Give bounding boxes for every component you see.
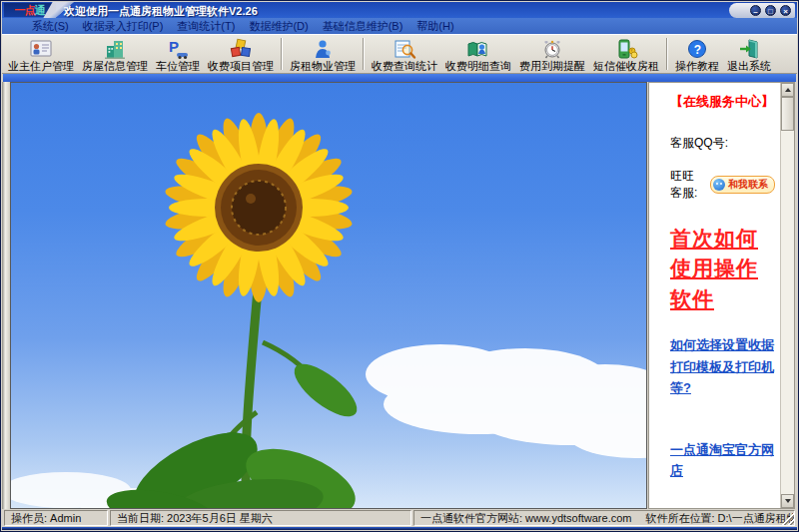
toolbar-label: 操作教程 <box>675 60 719 72</box>
title-bar[interactable]: 一点通 欢迎使用一点通房租物业管理软件V2.26 – □ × <box>2 2 797 18</box>
wangwang-contact-button[interactable]: 和我联系 <box>710 176 775 194</box>
menu-help[interactable]: 帮助(H) <box>416 19 453 34</box>
printer-template-help-link[interactable]: 如何选择设置收据打印模板及打印机等? <box>670 334 775 398</box>
qq-label: 客服QQ号: <box>670 135 775 152</box>
scroll-down-arrow-icon <box>785 499 791 503</box>
scroll-up-button[interactable] <box>781 83 794 97</box>
toolbar-label: 费用到期提醒 <box>519 60 585 72</box>
person-icon <box>310 38 336 60</box>
detail-book-icon <box>465 38 491 60</box>
wangwang-badge-label: 和我联系 <box>728 178 768 192</box>
toolbar-sms-collect-button[interactable]: ¥ 短信催收房租 <box>589 36 663 72</box>
exit-door-icon <box>736 38 762 60</box>
scroll-up-arrow-icon <box>785 88 791 92</box>
app-window: 一点通 欢迎使用一点通房租物业管理软件V2.26 – □ × 系统(S) 收据录… <box>0 0 799 532</box>
toolbar-tutorial-button[interactable]: ? 操作教程 <box>671 36 723 72</box>
toolbar-fee-query-stats-button[interactable]: 收费查询统计 <box>368 36 441 72</box>
status-bar: 操作员: Admin 当前日期: 2023年5月6日 星期六 一点通软件官方网站… <box>2 509 797 527</box>
toolbar-exit-button[interactable]: 退出系统 <box>723 36 775 72</box>
toolbar-label: 车位管理 <box>156 60 200 72</box>
building-icon <box>102 38 128 60</box>
svg-text:¥: ¥ <box>631 49 633 53</box>
maximize-button[interactable]: □ <box>765 5 776 16</box>
window-controls: – □ × <box>729 3 795 18</box>
minimize-button[interactable]: – <box>750 5 761 16</box>
fee-cubes-icon <box>228 38 254 60</box>
toolbar-label: 收费项目管理 <box>208 60 274 72</box>
toolbar-fee-items-button[interactable]: 收费项目管理 <box>204 36 278 72</box>
sidebar-scrollbar[interactable] <box>780 83 794 508</box>
toolbar-bottom-band <box>3 74 796 82</box>
toolbar-fee-detail-query-button[interactable]: 收费明细查询 <box>441 36 515 72</box>
sunflower-photo <box>10 82 647 509</box>
parking-icon: P <box>165 38 191 60</box>
main-area: 【在线服务中心】 客服QQ号: 旺旺客服: 和我联系 首次如何使用操作软件 如何… <box>2 82 797 509</box>
wangwang-row: 旺旺客服: 和我联系 <box>670 168 775 202</box>
sunflower-illustration <box>11 83 647 509</box>
toolbar-due-reminder-button[interactable]: 费用到期提醒 <box>515 36 589 72</box>
toolbar-label: 退出系统 <box>727 60 771 72</box>
toolbar-separator <box>666 38 668 70</box>
toolbar-house-info-button[interactable]: 房屋信息管理 <box>78 36 152 72</box>
taobao-store-link[interactable]: 一点通淘宝官方网店 <box>670 439 775 482</box>
toolbar-parking-button[interactable]: P 车位管理 <box>152 36 204 72</box>
window-title: 欢迎使用一点通房租物业管理软件V2.26 <box>64 4 258 19</box>
sidebar-content: 【在线服务中心】 客服QQ号: 旺旺客服: 和我联系 首次如何使用操作软件 如何… <box>649 83 781 508</box>
scrollbar-thumb[interactable] <box>781 97 794 131</box>
svg-text:?: ? <box>694 43 701 57</box>
location-text: 软件所在位置: D:\一点通房租物业管理软件 <box>645 511 795 526</box>
alarm-clock-icon <box>539 38 565 60</box>
toolbar-separator <box>363 38 365 70</box>
status-date: 当前日期: 2023年5月6日 星期六 <box>110 510 411 526</box>
toolbar-separator <box>281 38 283 70</box>
toolbar-rent-property-button[interactable]: 房租物业管理 <box>286 36 360 72</box>
toolbar-label: 短信催收房租 <box>593 60 659 72</box>
online-service-sidebar: 【在线服务中心】 客服QQ号: 旺旺客服: 和我联系 首次如何使用操作软件 如何… <box>648 82 795 509</box>
menu-base-info[interactable]: 基础信息维护(B) <box>323 19 403 34</box>
toolbar-label: 业主住户管理 <box>8 60 74 72</box>
website-text: 一点通软件官方网站: www.ydtsoftware.com <box>420 511 631 526</box>
toolbar-label: 收费明细查询 <box>445 60 511 72</box>
menu-bar: 系统(S) 收据录入打印(P) 查询统计(T) 数据维护(D) 基础信息维护(B… <box>2 18 797 34</box>
scroll-down-button[interactable] <box>781 494 794 508</box>
status-operator: 操作员: Admin <box>4 510 108 526</box>
help-icon: ? <box>684 38 710 60</box>
service-center-header: 【在线服务中心】 <box>670 93 775 111</box>
toolbar: 业主住户管理 房屋信息管理 P 车位管理 收费项目管理 房租物业管理 <box>2 34 797 74</box>
menu-receipt-print[interactable]: 收据录入打印(P) <box>83 19 164 34</box>
resize-grip[interactable] <box>782 513 794 525</box>
toolbar-owner-manage-button[interactable]: 业主住户管理 <box>4 36 78 72</box>
toolbar-label: 收费查询统计 <box>372 60 437 72</box>
wangwang-label: 旺旺客服: <box>670 168 704 202</box>
owner-card-icon <box>28 38 54 60</box>
window-bottom-edge <box>2 527 797 530</box>
menu-query-stats[interactable]: 查询统计(T) <box>177 19 235 34</box>
svg-text:P: P <box>169 38 179 55</box>
close-button[interactable]: × <box>780 5 791 16</box>
window-left-edge <box>2 82 10 509</box>
menu-data-maintain[interactable]: 数据维护(D) <box>249 19 308 34</box>
toolbar-label: 房租物业管理 <box>290 60 356 72</box>
toolbar-label: 房屋信息管理 <box>82 60 148 72</box>
wangwang-face-icon <box>713 179 725 191</box>
operator-text: 操作员: Admin <box>11 511 81 526</box>
date-text: 当前日期: 2023年5月6日 星期六 <box>117 511 273 526</box>
status-info: 一点通软件官方网站: www.ydtsoftware.com 软件所在位置: D… <box>413 510 795 526</box>
logo-text-red: 一点 <box>15 3 35 18</box>
menu-system[interactable]: 系统(S) <box>32 19 69 34</box>
window-header: 一点通 欢迎使用一点通房租物业管理软件V2.26 – □ × 系统(S) 收据录… <box>2 2 797 34</box>
sms-phone-icon: ¥ <box>613 38 639 60</box>
search-stats-icon <box>392 38 417 60</box>
first-use-help-link[interactable]: 首次如何使用操作软件 <box>670 224 775 314</box>
